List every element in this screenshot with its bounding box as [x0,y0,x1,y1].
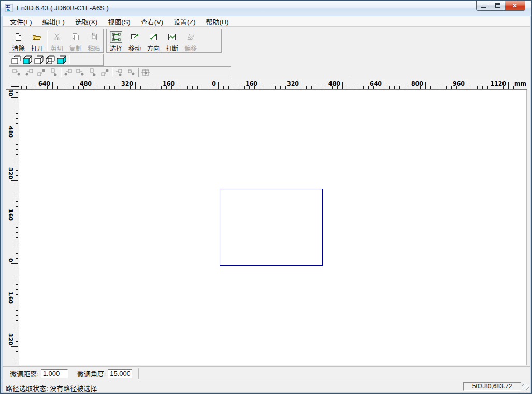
ruler-tick [16,357,18,357]
new-page-icon [12,31,25,43]
ruler-tick [109,86,110,89]
ruler-tick [16,129,18,129]
ruler-tick [234,86,234,89]
ruler-corner [6,79,19,90]
ruler-tick [16,149,18,150]
ruler-tick [11,180,18,181]
ruler-tick [16,175,18,176]
ruler-tick [508,82,509,89]
menu-settings[interactable]: 设置(Z) [168,16,201,27]
ruler-tick [389,86,390,89]
paste-button: 粘贴 [84,29,103,52]
toolbar-separator [61,68,61,77]
ruler-label: 320 [113,80,133,87]
h-ruler: mm 64048032016001603204806408009601120 [19,79,527,90]
ruler-label: 320 [6,326,15,345]
ruler-tick [52,82,53,89]
menu-file[interactable]: 文件(F) [5,16,37,27]
nudge-distance-label: 微调距离: [10,369,39,378]
ruler-label: 640 [31,80,50,87]
ruler-tick [358,86,358,89]
ruler-tick [16,294,18,295]
menu-help[interactable]: 帮助(H) [201,16,234,27]
clear-button[interactable]: 清除 [9,29,28,52]
ruler-tick [177,82,177,89]
view-cube-3[interactable] [33,55,45,65]
view-cube-2[interactable] [22,55,33,65]
ruler-tick [394,86,395,89]
maximize-button[interactable] [491,1,505,11]
ruler-tick [151,86,151,89]
ruler-label: 800 [404,80,423,87]
cut-button: 剪切 [48,29,66,52]
ruler-tick [16,123,18,124]
titlebar[interactable]: En3D 6.43 ( JD60B-C1F-A6S ) ✕ [1,1,531,16]
ruler-tick [16,362,18,362]
ruler-tick [430,86,431,89]
ruler-tick [16,237,18,238]
close-button[interactable]: ✕ [505,1,525,11]
ruler-tick [16,310,18,311]
ruler-tick [68,86,68,89]
ruler-tick [16,201,18,202]
nudge-angle-input[interactable] [108,369,132,378]
ruler-tick [16,186,18,186]
ruler-label: 480 [72,80,92,87]
ruler-unit-label: mm [514,80,526,87]
app-icon[interactable] [5,4,13,12]
ruler-tick [94,82,94,89]
ruler-label: 160 [6,201,15,221]
view-cube-1[interactable] [10,55,22,65]
ruler-tick [16,217,18,217]
ruler-label: 1120 [486,80,506,87]
node-op-7 [87,67,99,78]
window-controls: ✕ [477,1,525,11]
ruler-tick [482,86,483,89]
ruler-cursor-marker-y [11,86,19,87]
menu-view[interactable]: 视图(S) [103,16,135,27]
offset-button: 偏移 [181,29,200,52]
open-button[interactable]: 打开 [28,29,47,52]
menu-look[interactable]: 查看(V) [136,16,168,27]
ruler-label: 480 [6,118,15,138]
drawing-canvas[interactable] [19,90,527,365]
node-op-11 [139,67,152,78]
minimize-button[interactable] [476,1,491,11]
view-cube-5[interactable] [56,55,67,65]
ruler-tick [16,232,18,233]
ruler-tick [16,154,18,155]
ruler-label: 320 [6,160,15,179]
ruler-tick [16,134,18,134]
break-button[interactable]: 打断 [163,29,181,52]
ruler-tick [16,165,18,165]
ruler-tick [467,82,467,89]
move-icon [128,31,141,43]
ruler-tick [182,86,182,89]
ruler-label: 320 [279,80,299,87]
ruler-tick [63,86,63,89]
resize-grip-icon[interactable] [522,384,529,390]
ruler-label: 0 [6,243,15,262]
menu-edit[interactable]: 编辑(E) [37,16,70,27]
select-button[interactable]: 选择 [107,29,125,52]
toolbar-separator [69,55,69,64]
panel-separator [138,368,139,379]
ruler-tick [192,86,193,89]
nudge-distance-input[interactable] [41,369,68,378]
direction-button[interactable]: 方向 [144,29,163,52]
ruler-tick [135,82,136,89]
ruler-tick [275,86,276,89]
ruler-label: 480 [321,80,340,87]
offset-icon [184,31,197,43]
ruler-tick [265,86,265,89]
node-op-2 [23,67,35,78]
move-button[interactable]: 移动 [125,29,144,52]
path-rectangle[interactable] [220,189,323,266]
ruler-tick [16,118,18,119]
ruler-tick [16,253,18,254]
ruler-tick [16,320,18,321]
ruler-tick [16,160,18,160]
menu-pick[interactable]: 选取(X) [70,16,103,27]
view-cube-4[interactable] [45,55,56,65]
ruler-tick [306,86,307,89]
